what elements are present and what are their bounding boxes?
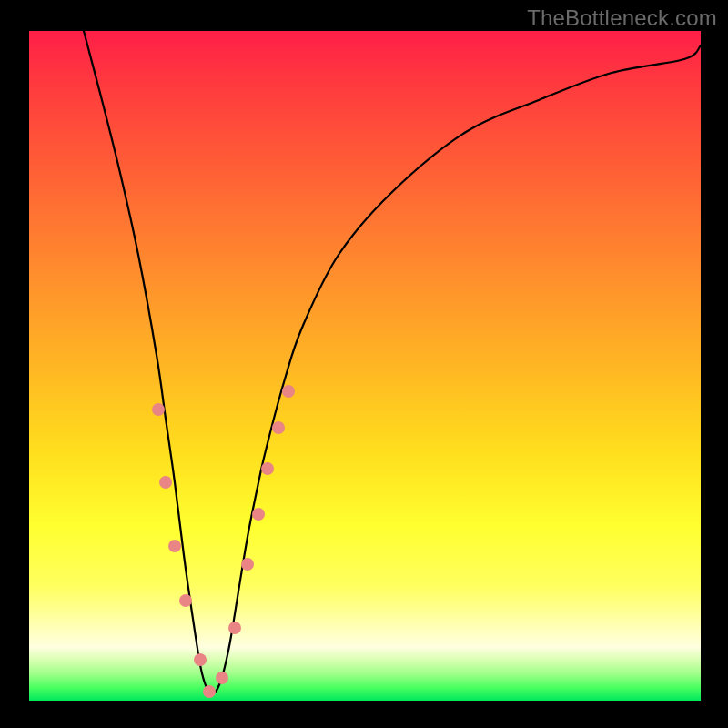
curve-dot-marker bbox=[159, 476, 172, 489]
curve-dot-marker bbox=[272, 421, 285, 434]
curve-dot-marker bbox=[261, 462, 274, 475]
curve-dot-marker bbox=[241, 558, 254, 571]
curve-dot-marker bbox=[282, 385, 295, 398]
curve-dot-marker bbox=[252, 508, 265, 521]
bottleneck-curve-svg bbox=[29, 31, 701, 701]
watermark-text: TheBottleneck.com bbox=[527, 5, 717, 31]
curve-dot-marker bbox=[152, 403, 165, 416]
curve-markers-group bbox=[152, 385, 295, 698]
curve-dot-marker bbox=[179, 594, 192, 607]
curve-dot-marker bbox=[194, 653, 207, 666]
chart-frame: TheBottleneck.com bbox=[0, 0, 728, 728]
curve-pill-marker bbox=[167, 464, 177, 528]
curve-dot-marker bbox=[203, 685, 216, 698]
bottleneck-curve-line bbox=[84, 31, 701, 693]
curve-pill-marker bbox=[157, 387, 166, 450]
curve-dot-marker bbox=[228, 622, 241, 634]
curve-dot-marker bbox=[168, 540, 181, 552]
curve-dot-marker bbox=[216, 672, 228, 684]
